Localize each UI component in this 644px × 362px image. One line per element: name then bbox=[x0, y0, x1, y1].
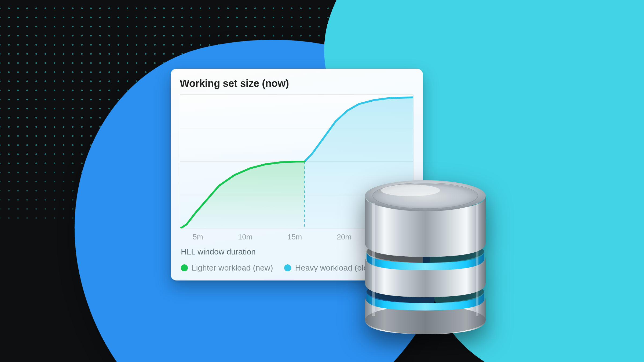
legend-label: Lighter workload (new) bbox=[192, 263, 273, 272]
legend-swatch-icon bbox=[284, 264, 291, 271]
legend-swatch-icon bbox=[181, 264, 188, 271]
chart-title: Working set size (now) bbox=[180, 78, 414, 89]
x-tick: 20m bbox=[337, 233, 351, 241]
legend-item-lighter: Lighter workload (new) bbox=[181, 263, 273, 272]
x-tick: 15m bbox=[287, 233, 302, 241]
hero-illustration: Working set size (now) bbox=[0, 0, 644, 362]
svg-point-10 bbox=[381, 184, 440, 196]
x-tick: 10m bbox=[238, 233, 253, 241]
x-tick: 5m bbox=[193, 233, 203, 241]
database-icon bbox=[357, 166, 494, 337]
